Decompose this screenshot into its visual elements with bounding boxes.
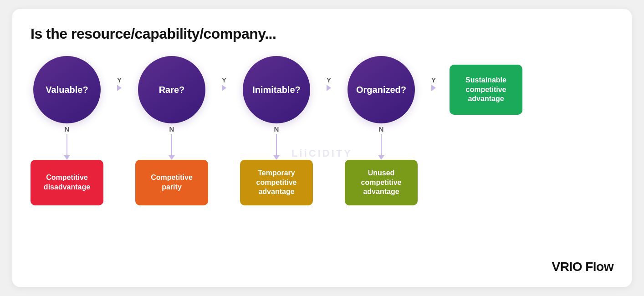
arrow-down-valuable: N bbox=[64, 123, 70, 160]
arrow-right-line bbox=[117, 85, 122, 91]
arrow-head-right bbox=[117, 85, 122, 91]
arrow-head-right bbox=[222, 85, 226, 91]
result-box-unused: Unused competitive advantage bbox=[345, 160, 418, 205]
arrow-down-inimitable: N bbox=[273, 123, 280, 160]
arrow-down-rare: N bbox=[169, 123, 175, 160]
main-card: Is the resource/capability/company... Li… bbox=[12, 9, 632, 287]
arrow-down-label-2: N bbox=[274, 125, 279, 133]
result-box-temporary: Temporary competitive advantage bbox=[240, 160, 313, 205]
arrow-right-line bbox=[222, 85, 226, 91]
arrow-right-label-3: Y bbox=[431, 76, 436, 84]
v-line bbox=[171, 134, 172, 155]
arrow-right-col-3: Y bbox=[418, 56, 450, 91]
node-column-rare: Rare?NCompetitive parity bbox=[135, 56, 208, 205]
circle-valuable: Valuable? bbox=[33, 56, 101, 123]
arrow-head-down bbox=[64, 155, 70, 160]
circle-organized: Organized? bbox=[348, 56, 415, 123]
node-column-valuable: Valuable?NCompetitive disadvantage bbox=[31, 56, 103, 205]
page-title: Is the resource/capability/company... bbox=[31, 26, 613, 42]
sustainable-column: Sustainable competitive advantage bbox=[450, 56, 522, 115]
sustainable-box: Sustainable competitive advantage bbox=[450, 65, 522, 115]
result-box-parity: Competitive parity bbox=[135, 160, 208, 205]
circle-rare: Rare? bbox=[138, 56, 205, 123]
result-box-disadvantage: Competitive disadvantage bbox=[31, 160, 103, 205]
circle-inimitable: Inimitable? bbox=[243, 56, 310, 123]
arrow-right-label-2: Y bbox=[327, 76, 331, 84]
arrow-right-line bbox=[431, 85, 436, 91]
v-line bbox=[381, 134, 382, 155]
arrow-right-label-0: Y bbox=[117, 76, 122, 84]
arrow-down-label-3: N bbox=[379, 125, 384, 133]
arrow-head-down bbox=[378, 155, 384, 160]
arrow-down-label-1: N bbox=[169, 125, 174, 133]
arrow-right-line bbox=[327, 85, 331, 91]
arrow-down-organized: N bbox=[378, 123, 384, 160]
arrow-head-down bbox=[273, 155, 280, 160]
arrow-head-right bbox=[327, 85, 331, 91]
arrow-head-down bbox=[169, 155, 175, 160]
arrow-right-col-1: Y bbox=[208, 56, 240, 91]
arrow-right-label-1: Y bbox=[222, 76, 226, 84]
v-line bbox=[66, 134, 67, 155]
node-column-organized: Organized?NUnused competitive advantage bbox=[345, 56, 418, 205]
node-column-inimitable: Inimitable?NTemporary competitive advant… bbox=[240, 56, 313, 205]
arrow-head-right bbox=[431, 85, 436, 91]
arrow-down-label-0: N bbox=[65, 125, 70, 133]
arrow-right-col-0: Y bbox=[103, 56, 135, 91]
arrow-right-col-2: Y bbox=[313, 56, 345, 91]
vrio-label: VRIO Flow bbox=[552, 260, 614, 274]
flow-diagram: Valuable?NCompetitive disadvantageYRare?… bbox=[31, 56, 613, 205]
v-line bbox=[276, 134, 277, 155]
